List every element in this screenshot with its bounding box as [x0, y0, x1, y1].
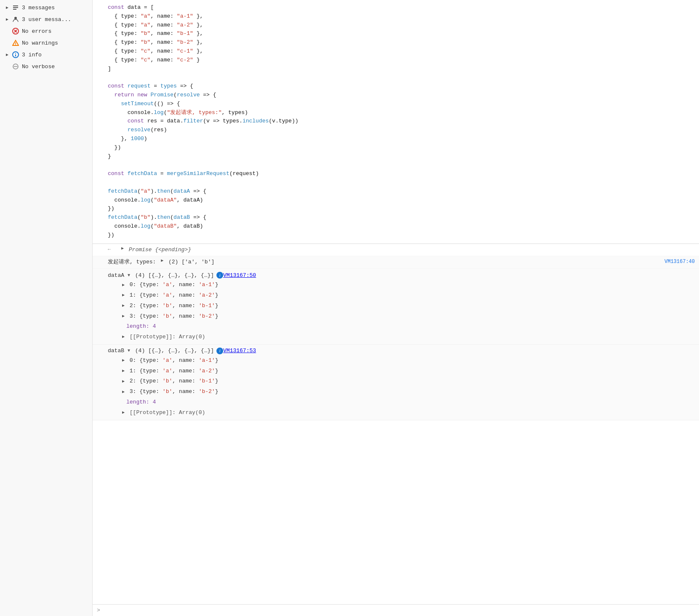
- dataA-item-3-text: 3: {type: 'b', name: 'b-2'}: [126, 312, 218, 321]
- code-line: fetchData("a").then(dataA => {: [108, 187, 694, 196]
- tri-right-icon[interactable]: ▶: [120, 303, 126, 309]
- request-value: (2) ['a', 'b']: [165, 258, 214, 267]
- triangle-right-icon[interactable]: ▶: [120, 246, 125, 252]
- code-line: console.log("dataA", dataA): [108, 196, 694, 205]
- code-block: const data = [ { type: "a", name: "a-1" …: [93, 0, 699, 244]
- sidebar-item-label: 3 info: [22, 52, 42, 58]
- sidebar-item-user-messages[interactable]: ▶ 3 user messa...: [0, 13, 92, 25]
- vm-link-request[interactable]: VM13167:40: [660, 258, 695, 266]
- code-line: }): [108, 231, 694, 240]
- dataB-rows: ▶ 0: {type: 'a', name: 'a-1'} ▶ 1: {type…: [108, 356, 699, 418]
- code-line: { type: "b", name: "b-2" },: [108, 38, 694, 47]
- dataB-item-0-text: 0: {type: 'a', name: 'a-1'}: [126, 356, 218, 365]
- console-main: const data = [ { type: "a", name: "a-1" …: [93, 0, 699, 604]
- dataB-length-text: length: 4: [126, 398, 156, 407]
- code-line: }): [108, 204, 694, 213]
- promise-label: Promise {<pending>}: [125, 246, 191, 255]
- tri-right-icon[interactable]: ▶: [120, 410, 126, 416]
- dataB-item-1: ▶ 1: {type: 'a', name: 'a-2'}: [120, 366, 699, 377]
- code-line: { type: "b", name: "b-1" },: [108, 29, 694, 38]
- code-line: }, 1000): [108, 135, 694, 143]
- tri-right-icon[interactable]: ▶: [120, 313, 126, 319]
- dataA-label: dataA: [108, 272, 124, 279]
- triangle-down-icon[interactable]: ▼: [126, 272, 132, 278]
- dataB-header: dataB ▼ (4) [{…}, {…}, {…}, {…}] i VM131…: [108, 346, 699, 356]
- vm-link-dataB[interactable]: VM13167:53: [223, 348, 256, 354]
- console-prompt: >: [97, 607, 100, 613]
- dataA-rows: ▶ 0: {type: 'a', name: 'a-1'} ▶ 1: {type…: [108, 280, 699, 343]
- code-line: }): [108, 143, 694, 152]
- dataA-item-2-text: 2: {type: 'b', name: 'b-1'}: [126, 302, 218, 311]
- triangle-right-icon[interactable]: ▶: [159, 258, 165, 264]
- expand-arrow-messages: ▶: [4, 5, 10, 10]
- triangle-down-icon[interactable]: ▼: [126, 348, 132, 354]
- dataB-item-1-text: 1: {type: 'a', name: 'a-2'}: [126, 367, 218, 376]
- tri-right-icon[interactable]: ▶: [120, 379, 126, 385]
- tri-right-icon[interactable]: ▶: [120, 282, 126, 288]
- dataA-item-1-text: 1: {type: 'a', name: 'a-2'}: [126, 291, 218, 300]
- sidebar-item-messages[interactable]: ▶ 3 messages: [0, 2, 92, 13]
- dataA-item-1: ▶ 1: {type: 'a', name: 'a-2'}: [120, 290, 699, 301]
- code-line: }: [108, 152, 694, 161]
- svg-rect-1: [13, 7, 18, 8]
- promise-content: ▶ Promise {<pending>}: [120, 246, 695, 255]
- svg-point-16: [16, 66, 17, 67]
- svg-point-15: [15, 66, 16, 67]
- dataA-length-text: length: 4: [126, 322, 156, 331]
- sidebar-item-warnings[interactable]: ▶ No warnings: [0, 37, 92, 49]
- request-log-row: 发起请求, types: ▶ (2) ['a', 'b'] VM13167:40: [93, 256, 699, 269]
- code-line: fetchData("b").then(dataB => {: [108, 213, 694, 222]
- dataB-item-2-text: 2: {type: 'b', name: 'b-1'}: [126, 377, 218, 386]
- code-line: { type: "a", name: "a-2" },: [108, 21, 694, 30]
- promise-output-row: ← ▶ Promise {<pending>}: [93, 244, 699, 257]
- vm-link-dataA[interactable]: VM13167:50: [223, 272, 256, 279]
- sidebar-item-label: 3 messages: [22, 5, 55, 11]
- console-input-bar: >: [93, 604, 699, 616]
- output-arrow: ←: [108, 246, 120, 254]
- code-line: { type: "c", name: "c-2" }: [108, 56, 694, 65]
- tri-right-icon[interactable]: ▶: [120, 368, 126, 374]
- sidebar-item-errors[interactable]: ▶ No errors: [0, 25, 92, 37]
- code-line: const request = types => {: [108, 82, 694, 91]
- dataB-item-0: ▶ 0: {type: 'a', name: 'a-1'}: [120, 356, 699, 366]
- dataB-proto: ▶ [[Prototype]]: Array(0): [120, 408, 699, 418]
- svg-point-14: [14, 66, 15, 67]
- tri-right-icon[interactable]: ▶: [120, 389, 126, 395]
- sidebar-item-verbose[interactable]: ▶ No verbose: [0, 61, 92, 72]
- sidebar-item-label: No errors: [22, 28, 51, 35]
- expand-arrow-user: ▶: [4, 17, 10, 22]
- sidebar-item-label: 3 user messa...: [22, 16, 71, 23]
- tri-right-icon[interactable]: ▶: [120, 358, 126, 364]
- tri-right-icon[interactable]: ▶: [120, 292, 126, 298]
- info-badge-dataB: i: [216, 348, 223, 354]
- code-line: console.log("发起请求, types:", types): [108, 109, 694, 117]
- request-text: 发起请求, types:: [108, 258, 159, 267]
- code-line: setTimeout(() => {: [108, 100, 694, 109]
- dataA-summary: (4) [{…}, {…}, {…}, {…}]: [132, 272, 214, 279]
- dataB-summary: (4) [{…}, {…}, {…}, {…}]: [132, 348, 214, 354]
- sidebar-item-label: No verbose: [22, 64, 55, 70]
- sidebar: ▶ 3 messages ▶ 3 user messa... ▶: [0, 0, 93, 616]
- list-icon: [12, 4, 19, 11]
- dataA-block: dataA ▼ (4) [{…}, {…}, {…}, {…}] i VM131…: [93, 269, 699, 345]
- code-line: const data = [: [108, 3, 694, 12]
- dataA-proto: ▶ [[Prototype]]: Array(0): [120, 332, 699, 343]
- dataB-proto-text: [[Prototype]]: Array(0): [126, 409, 205, 417]
- sidebar-item-info[interactable]: ▶ 3 info: [0, 49, 92, 61]
- warning-icon: [12, 39, 19, 47]
- code-line: console.log("dataB", dataB): [108, 222, 694, 231]
- verbose-icon: [12, 63, 19, 70]
- svg-rect-0: [13, 5, 18, 6]
- console-input[interactable]: [103, 607, 695, 613]
- code-line: const res = data.filter(v => types.inclu…: [108, 117, 694, 126]
- sidebar-item-label: No warnings: [22, 40, 58, 46]
- svg-point-3: [14, 17, 17, 19]
- request-content: 发起请求, types: ▶ (2) ['a', 'b']: [108, 258, 660, 267]
- code-line: { type: "a", name: "a-1" },: [108, 12, 694, 21]
- dataA-item-0: ▶ 0: {type: 'a', name: 'a-1'}: [120, 280, 699, 290]
- svg-point-11: [15, 53, 16, 54]
- user-icon: [12, 16, 19, 23]
- dataA-proto-text: [[Prototype]]: Array(0): [126, 333, 205, 342]
- code-line: const fetchData = mergeSimilarRequest(re…: [108, 170, 694, 178]
- tri-right-icon[interactable]: ▶: [120, 334, 126, 340]
